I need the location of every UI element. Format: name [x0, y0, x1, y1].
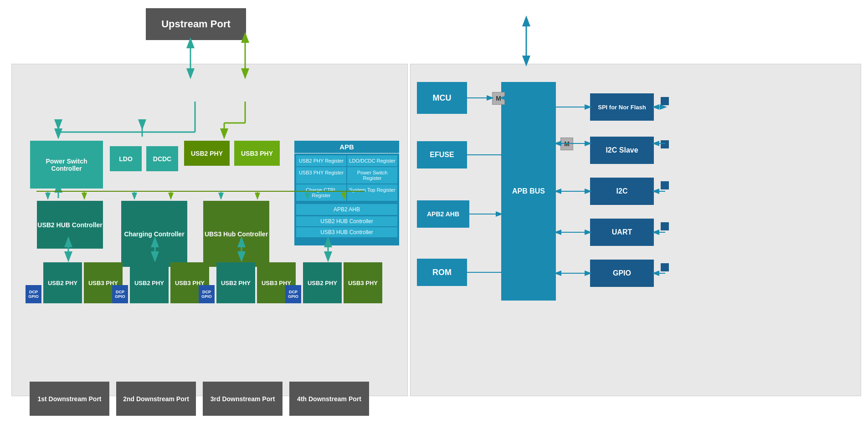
downstream-port-4: 4th Downstream Port: [289, 382, 369, 416]
dcp-gpio-badge-1: DCP GPIO: [26, 285, 41, 303]
uart-box: UART: [590, 219, 654, 246]
spi-nor-flash-box: SPI for Nor Flash: [590, 93, 654, 121]
sq-conn-i2c: [661, 181, 669, 189]
main-left-container: Power Switch Controller LDO DCDC USB2 PH…: [11, 64, 408, 396]
apb-usb2-hub-row: USB2 HUB Controller: [296, 216, 397, 226]
downstream-port-2: 2nd Downstream Port: [116, 382, 196, 416]
sq-conn-gpio: [661, 263, 669, 271]
apb-cell-usb2-phy: USB2 PHY Register: [296, 155, 346, 166]
i2c-box: I2C: [590, 178, 654, 205]
dcp-gpio-badge-3: DCP GPIO: [199, 285, 215, 303]
apb-cell-ldo-dcdc: LDO/DCDC Register: [347, 155, 397, 166]
power-switch-controller: Power Switch Controller: [30, 141, 103, 189]
usb3-phy-bot-4: USB3 PHY: [344, 262, 382, 303]
sq-conn-uart: [661, 222, 669, 230]
apb-cell-usb3-phy: USB3 PHY Register: [296, 167, 346, 184]
i2c-slave-box: I2C Slave: [590, 137, 654, 164]
apb-bus-box: APB BUS: [501, 82, 556, 301]
gpio-box: GPIO: [590, 260, 654, 287]
mcu-box: MCU: [417, 82, 467, 114]
apb2-ahb-box: APB2 AHB: [417, 200, 469, 228]
usb3-phy-top: USB3 PHY: [234, 141, 280, 166]
m-badge-2: M: [560, 138, 573, 150]
apb-title: APB: [294, 141, 399, 153]
phy-group-1: DCP GPIO USB2 PHY USB3 PHY: [26, 262, 123, 303]
m-badge-1: M: [492, 92, 505, 105]
efuse-box: EFUSE: [417, 141, 467, 168]
phy-group-2: DCP GPIO USB2 PHY USB3 PHY: [112, 262, 209, 303]
apb-usb3-hub-row: USB3 HUB Controller: [296, 227, 397, 237]
sq-conn-spi: [661, 97, 669, 105]
apb-cell-charge-ctrl: Charge CTRL Register: [296, 184, 346, 201]
charging-controller: Charging Controller: [121, 201, 187, 267]
apb-grid: USB2 PHY Register LDO/DCDC Register USB3…: [294, 153, 399, 203]
apb-box: APB USB2 PHY Register LDO/DCDC Register …: [294, 141, 399, 245]
apb-cell-power-switch: Power Switch Register: [347, 167, 397, 184]
usb2-phy-bot-3: USB2 PHY: [216, 262, 255, 303]
apb-ahb-row: APB2 AHB: [296, 204, 397, 215]
ubs3-hub-controller: UBS3 Hub Controller: [203, 201, 269, 267]
apb-cell-system-top: System Top Register: [347, 184, 397, 201]
ldo-box: LDO: [110, 146, 142, 171]
upstream-port-label: Upstream Port: [161, 18, 231, 30]
dcp-gpio-badge-2: DCP GPIO: [112, 285, 128, 303]
dcp-gpio-badge-4: DCP GPIO: [285, 285, 301, 303]
dcdc-box: DCDC: [146, 146, 178, 171]
sq-conn-i2c-slave: [661, 140, 669, 148]
downstream-port-3: 3rd Downstream Port: [203, 382, 282, 416]
usb2-hub-controller: USB2 HUB Controller: [37, 201, 103, 249]
rom-box: ROM: [417, 259, 467, 286]
phy-group-4: DCP GPIO USB2 PHY USB3 PHY: [285, 262, 382, 303]
usb2-phy-bot-1: USB2 PHY: [43, 262, 82, 303]
usb2-phy-top: USB2 PHY: [184, 141, 230, 166]
diagram-container: Upstream Port Power Switch Controller LD…: [0, 0, 868, 439]
usb2-phy-bot-2: USB2 PHY: [130, 262, 169, 303]
phy-group-3: DCP GPIO USB2 PHY USB3 PHY: [199, 262, 296, 303]
usb2-phy-bot-4: USB2 PHY: [303, 262, 342, 303]
upstream-port: Upstream Port: [146, 8, 246, 40]
downstream-port-1: 1st Downstream Port: [30, 382, 109, 416]
